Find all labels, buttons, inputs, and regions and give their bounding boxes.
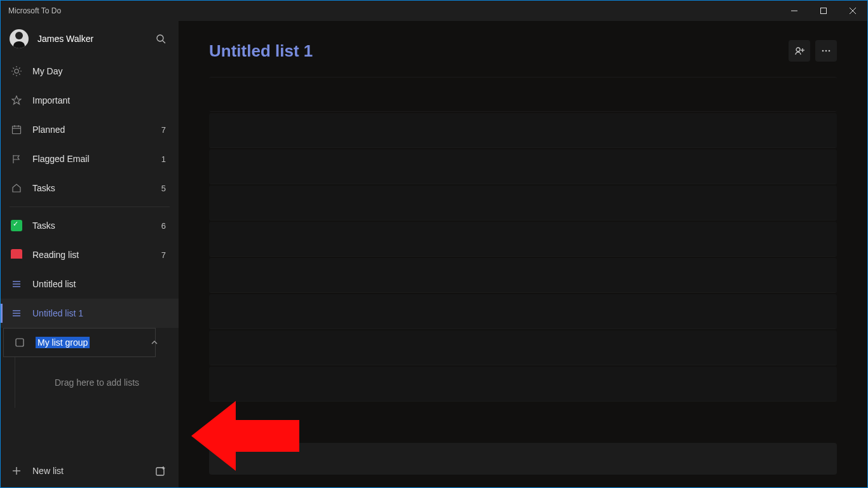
flag-icon xyxy=(10,154,24,164)
minimize-button[interactable] xyxy=(780,1,809,21)
drop-hint: Drag here to add lists xyxy=(55,377,139,388)
sidebar-item-count: 6 xyxy=(161,221,170,231)
new-group-button[interactable] xyxy=(152,465,170,477)
task-row[interactable] xyxy=(209,294,837,329)
sidebar-item-label: Flagged Email xyxy=(32,154,161,164)
sidebar-item-label: Untitled list xyxy=(32,279,170,289)
sidebar-item-label: Tasks xyxy=(32,220,161,231)
sidebar-item-count: 5 xyxy=(161,184,170,193)
list-icon xyxy=(10,308,24,318)
svg-point-38 xyxy=(829,50,831,52)
sidebar-divider xyxy=(10,207,170,207)
list-title[interactable]: Untitled list 1 xyxy=(209,41,313,61)
task-row[interactable] xyxy=(209,186,837,220)
close-button[interactable] xyxy=(838,1,867,21)
sidebar-item-count: 7 xyxy=(161,250,170,260)
group-drop-zone[interactable]: Drag here to add lists xyxy=(15,357,179,408)
group-icon xyxy=(13,337,27,348)
window-title: Microsoft To Do xyxy=(8,6,61,15)
sidebar-item-count: 7 xyxy=(161,125,170,135)
sidebar-item-myday[interactable]: My Day xyxy=(1,57,179,86)
svg-line-5 xyxy=(163,41,165,43)
sidebar: James Walker My Day xyxy=(1,21,179,487)
sidebar-item-label: My Day xyxy=(32,66,166,76)
svg-point-33 xyxy=(796,48,800,51)
maximize-button[interactable] xyxy=(809,1,838,21)
svg-line-14 xyxy=(13,74,15,75)
chevron-up-icon[interactable] xyxy=(145,339,164,346)
sidebar-item-tasks[interactable]: Tasks 5 xyxy=(1,173,179,203)
sidebar-item-flagged[interactable]: Flagged Email 1 xyxy=(1,144,179,173)
task-row[interactable] xyxy=(209,330,837,365)
group-name-input[interactable]: My list group xyxy=(36,337,90,348)
svg-point-36 xyxy=(822,50,824,52)
sidebar-item-label: Planned xyxy=(32,125,161,135)
titlebar: Microsoft To Do xyxy=(1,1,867,21)
list-icon xyxy=(10,279,24,289)
svg-rect-1 xyxy=(821,8,827,14)
svg-point-6 xyxy=(15,69,18,73)
task-row[interactable] xyxy=(209,258,837,293)
sidebar-item-label: Tasks xyxy=(32,183,161,193)
sidebar-item-label: Important xyxy=(32,95,166,105)
sidebar-item-count: 1 xyxy=(161,154,170,164)
svg-rect-30 xyxy=(156,468,164,475)
sidebar-item-untitled1[interactable]: Untitled list 1 xyxy=(1,299,179,328)
task-row[interactable] xyxy=(209,149,837,184)
sidebar-item-reading[interactable]: Reading list 7 xyxy=(1,240,179,269)
sidebar-item-label: Untitled list 1 xyxy=(32,308,170,318)
task-row[interactable] xyxy=(209,113,837,148)
svg-rect-27 xyxy=(16,339,24,346)
smart-lists: My Day Important Planned 7 xyxy=(1,57,179,408)
sidebar-item-label: Reading list xyxy=(32,250,161,260)
search-button[interactable] xyxy=(152,34,170,44)
task-row[interactable] xyxy=(209,367,837,402)
star-icon xyxy=(10,95,24,105)
sidebar-footer: New list xyxy=(1,454,179,487)
main-header: Untitled list 1 xyxy=(209,40,837,62)
group-row[interactable]: My list group xyxy=(3,328,156,357)
sun-icon xyxy=(10,65,24,77)
svg-point-37 xyxy=(825,50,827,52)
list-color-icon xyxy=(10,220,24,231)
svg-line-11 xyxy=(13,68,15,69)
svg-rect-16 xyxy=(13,126,21,134)
home-icon xyxy=(10,183,24,193)
window-controls xyxy=(780,1,867,21)
add-task-input[interactable] xyxy=(209,443,837,475)
more-button[interactable] xyxy=(815,40,837,62)
task-list xyxy=(209,77,837,403)
sidebar-item-untitled[interactable]: Untitled list xyxy=(1,269,179,299)
svg-point-4 xyxy=(157,35,163,41)
app-window: Microsoft To Do James Walker xyxy=(0,0,868,488)
calendar-icon xyxy=(10,125,24,135)
user-name: James Walker xyxy=(37,34,152,44)
share-button[interactable] xyxy=(789,40,810,62)
task-row[interactable] xyxy=(209,77,837,112)
task-row[interactable] xyxy=(209,222,837,257)
svg-line-12 xyxy=(19,74,20,75)
avatar xyxy=(10,29,29,48)
user-row[interactable]: James Walker xyxy=(1,21,179,57)
sidebar-item-tasks-custom[interactable]: Tasks 6 xyxy=(1,211,179,240)
sidebar-item-important[interactable]: Important xyxy=(1,86,179,115)
svg-line-13 xyxy=(19,68,20,69)
sidebar-item-planned[interactable]: Planned 7 xyxy=(1,115,179,144)
svg-marker-15 xyxy=(12,96,21,104)
new-list-button[interactable]: New list xyxy=(32,466,152,476)
main-pane: Untitled list 1 xyxy=(179,21,867,487)
plus-icon xyxy=(10,466,24,476)
list-color-icon xyxy=(10,249,24,261)
